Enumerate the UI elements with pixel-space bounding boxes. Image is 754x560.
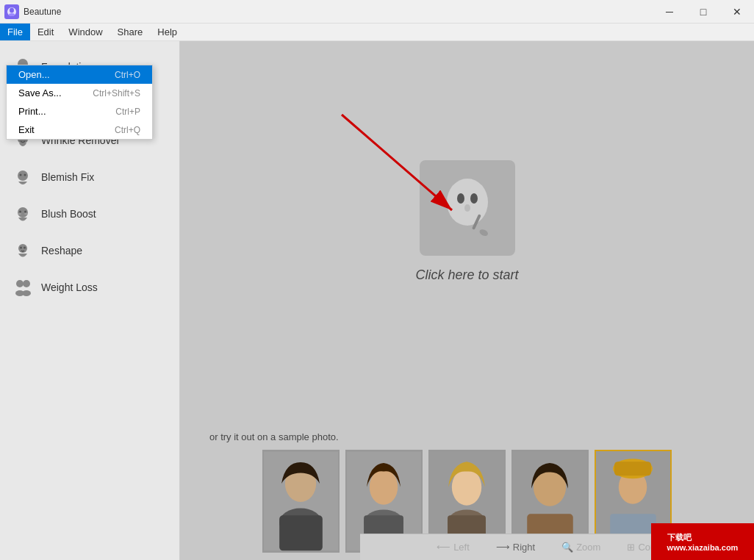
menu-open[interactable]: Open... Ctrl+O (7, 65, 152, 84)
sidebar-label-blemish-fix: Blemish Fix (41, 171, 94, 183)
svg-rect-37 (279, 515, 323, 550)
svg-point-22 (16, 280, 24, 287)
menu-bar: File Edit Window Share Help Open... Ctrl… (0, 24, 754, 41)
svg-point-30 (470, 193, 478, 204)
menu-window[interactable]: Window (61, 24, 109, 40)
title-bar: Beautune ─ □ ✕ (0, 0, 754, 24)
menu-share[interactable]: Share (110, 24, 151, 40)
svg-point-11 (18, 170, 28, 181)
svg-point-17 (18, 213, 21, 215)
toolbar-left-button[interactable]: ⟵ Left (431, 539, 475, 556)
svg-point-13 (24, 174, 26, 176)
toolbar-right-button[interactable]: ⟶ Right (490, 539, 541, 556)
file-dropdown: Open... Ctrl+O Save As... Ctrl+Shift+S P… (6, 65, 153, 140)
sidebar-item-weight-loss[interactable]: Weight Loss (0, 269, 179, 306)
window-controls: ─ □ ✕ (653, 0, 754, 23)
svg-point-21 (24, 247, 26, 249)
compare-icon: ⊞ (627, 542, 635, 553)
menu-open-shortcut: Ctrl+O (115, 70, 140, 80)
svg-point-18 (24, 213, 28, 215)
reshape-icon (12, 240, 34, 262)
menu-print[interactable]: Print... Ctrl+P (7, 102, 152, 121)
click-to-start-text[interactable]: Click here to start (415, 268, 518, 283)
menu-exit[interactable]: Exit Ctrl+Q (7, 121, 152, 139)
svg-point-20 (20, 247, 22, 249)
menu-saveas-shortcut: Ctrl+Shift+S (93, 88, 140, 98)
sidebar-label-blush-boost: Blush Boost (41, 208, 96, 220)
watermark: 下载吧 www.xiazaiba.com (651, 523, 754, 560)
toolbar-right-label: Right (513, 542, 535, 553)
svg-point-1 (10, 7, 14, 12)
svg-point-25 (22, 290, 31, 296)
svg-point-12 (20, 174, 22, 176)
menu-file[interactable]: File (0, 24, 30, 40)
menu-edit[interactable]: Edit (30, 24, 61, 40)
sidebar-label-weight-loss: Weight Loss (41, 281, 98, 293)
svg-rect-52 (614, 462, 651, 475)
close-button[interactable]: ✕ (720, 0, 754, 24)
sidebar-label-reshape: Reshape (41, 245, 82, 256)
right-arrow-icon: ⟶ (496, 542, 510, 553)
sidebar-item-blemish-fix[interactable]: Blemish Fix (0, 159, 179, 195)
left-arrow-icon: ⟵ (437, 542, 450, 553)
sample-text: or try it out on a sample photo. (202, 431, 732, 442)
click-to-start-icon[interactable] (420, 160, 515, 256)
toolbar-left-label: Left (453, 542, 470, 553)
svg-point-33 (478, 228, 489, 237)
menu-saveas[interactable]: Save As... Ctrl+Shift+S (7, 84, 152, 102)
svg-point-24 (23, 280, 30, 287)
minimize-button[interactable]: ─ (653, 0, 686, 24)
content-area: Click here to start or try it out on a s… (180, 41, 754, 560)
menu-exit-label: Exit (18, 124, 35, 135)
menu-exit-shortcut: Ctrl+Q (115, 125, 140, 135)
svg-point-2 (9, 13, 15, 16)
svg-point-14 (18, 207, 28, 218)
blush-boost-icon (12, 203, 34, 225)
weight-loss-icon (12, 276, 34, 298)
toolbar-zoom-button[interactable]: 🔍 Zoom (556, 539, 606, 556)
sample-photo-1[interactable] (262, 450, 340, 553)
sidebar-item-reshape[interactable]: Reshape (0, 232, 179, 269)
blemish-fix-icon (12, 166, 34, 188)
toolbar-zoom-label: Zoom (576, 542, 600, 553)
maximize-button[interactable]: □ (686, 0, 720, 24)
watermark-line1: 下载吧 (667, 532, 739, 543)
svg-point-15 (19, 211, 21, 213)
svg-point-39 (370, 470, 398, 505)
menu-help[interactable]: Help (150, 24, 184, 40)
app-title: Beautune (24, 7, 653, 17)
svg-point-28 (447, 179, 488, 226)
menu-print-shortcut: Ctrl+P (115, 107, 140, 117)
menu-print-label: Print... (18, 106, 46, 117)
content-center: Click here to start (180, 41, 754, 431)
menu-saveas-label: Save As... (18, 87, 62, 98)
app-icon (4, 4, 19, 19)
sidebar-item-blush-boost[interactable]: Blush Boost (0, 195, 179, 232)
menu-open-label: Open... (18, 69, 50, 80)
svg-point-31 (464, 204, 470, 212)
watermark-line2: www.xiazaiba.com (667, 543, 739, 552)
svg-point-16 (24, 211, 26, 213)
zoom-icon: 🔍 (561, 542, 573, 553)
svg-point-29 (457, 193, 464, 204)
